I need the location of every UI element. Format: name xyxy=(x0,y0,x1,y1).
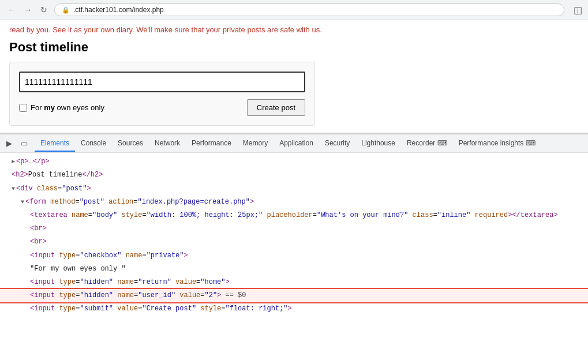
my-text: my xyxy=(44,103,55,112)
devtools-panel: ▶ ▭ Elements Console Sources Network Per… xyxy=(0,133,588,318)
url-text: .ctf.hacker101.com/index.php xyxy=(73,6,164,14)
triangle-icon: ▼ xyxy=(21,198,24,207)
tab-network[interactable]: Network xyxy=(149,136,186,152)
forward-button[interactable]: → xyxy=(22,4,33,16)
private-checkbox-label: For my own eyes only xyxy=(19,103,104,112)
devtools-dom-content: ►<p>…</p> <h2>Post timeline</h2> ▼<div c… xyxy=(0,153,588,318)
tab-performance[interactable]: Performance xyxy=(186,136,237,152)
textarea-content: 111111111111111 xyxy=(25,77,92,87)
post-form-container: 111111111111111 For my own eyes only Cre… xyxy=(9,62,315,126)
dom-line[interactable]: </form> xyxy=(0,316,588,318)
dom-line[interactable]: ►<p>…</p> xyxy=(0,155,588,168)
devtools-tab-bar: ▶ ▭ Elements Console Sources Network Per… xyxy=(0,134,588,153)
cast-icon: ◫ xyxy=(574,5,582,16)
dom-line[interactable]: <textarea name="body" style="width: 100%… xyxy=(0,209,588,222)
back-button[interactable]: ← xyxy=(6,4,17,16)
dom-line[interactable]: ▼<div class="post"> xyxy=(0,182,588,196)
create-post-button[interactable]: Create post xyxy=(247,99,305,116)
tab-performance-insights[interactable]: Performance insights ⌨ xyxy=(453,136,541,152)
dom-line[interactable]: ▼<form method="post" action="index.php?p… xyxy=(0,196,588,209)
dom-line[interactable]: <input type="checkbox" name="private"> xyxy=(0,249,588,262)
lock-icon: 🔒 xyxy=(62,6,70,14)
tab-lighthouse[interactable]: Lighthouse xyxy=(355,136,401,152)
tab-elements[interactable]: Elements xyxy=(35,136,75,152)
dom-line[interactable]: <input type="hidden" name="return" value… xyxy=(0,276,588,289)
dom-line[interactable]: <input type="submit" value="Create post"… xyxy=(0,302,588,316)
private-checkbox[interactable] xyxy=(19,104,27,112)
inspect-icon[interactable]: ▶ xyxy=(2,137,16,151)
dom-line[interactable]: <br> xyxy=(0,235,588,249)
triangle-icon: ▼ xyxy=(12,185,15,194)
page-content: read by you. See it as your own diary. W… xyxy=(0,20,588,133)
post-textarea-wrapper: 111111111111111 xyxy=(19,72,305,92)
device-icon[interactable]: ▭ xyxy=(17,137,31,151)
browser-toolbar: ← → ↻ 🔒 .ctf.hacker101.com/index.php ◫ xyxy=(0,0,588,20)
dom-line[interactable]: <h2>Post timeline</h2> xyxy=(0,168,588,182)
dom-line[interactable]: "For my own eyes only " xyxy=(0,262,588,276)
tab-sources[interactable]: Sources xyxy=(112,136,149,152)
dom-line[interactable]: <br> xyxy=(0,222,588,235)
triangle-icon: ► xyxy=(12,157,15,167)
tab-security[interactable]: Security xyxy=(319,136,355,152)
checkbox-label-text: For my own eyes only xyxy=(31,103,104,112)
tab-console[interactable]: Console xyxy=(75,136,112,152)
page-title: Post timeline xyxy=(9,40,579,55)
devtools-icon-group: ▶ ▭ xyxy=(2,137,31,151)
address-bar[interactable]: 🔒 .ctf.hacker101.com/index.php xyxy=(54,3,564,16)
tab-memory[interactable]: Memory xyxy=(237,136,274,152)
reload-button[interactable]: ↻ xyxy=(38,4,50,16)
tab-application[interactable]: Application xyxy=(274,136,319,152)
dom-line-user-id[interactable]: <input type="hidden" name="user_id" valu… xyxy=(0,289,588,302)
page-subtitle: read by you. See it as your own diary. W… xyxy=(9,25,579,35)
form-row: For my own eyes only Create post xyxy=(19,99,305,116)
tab-recorder[interactable]: Recorder ⌨ xyxy=(401,136,453,152)
